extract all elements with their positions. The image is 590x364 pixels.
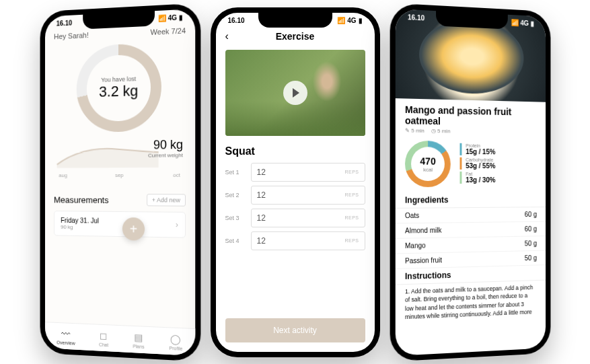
cook-time: ◷ 5 min (431, 127, 449, 134)
weight-chart: 90 kg Current weight aug sep oct (53, 137, 185, 184)
notch (83, 11, 155, 29)
macro-carb: Carbohydrate53g / 55% (459, 157, 537, 170)
chevron-right-icon: › (175, 219, 178, 229)
lost-value: 3.2 kg (99, 82, 138, 101)
greeting: Hey Sarah! (53, 31, 88, 40)
set-row: Set 312REPS (225, 209, 365, 227)
battery-icon: ▮ (359, 17, 363, 24)
notch (258, 13, 332, 28)
ingredient-amount: 60 g (524, 225, 536, 232)
set-row: Set 412REPS (225, 231, 365, 250)
page-title: Exercise (276, 31, 315, 42)
progress-ring: You have lost 3.2 kg (76, 42, 161, 133)
signal-icon: 📶 (337, 17, 345, 24)
measurements-title: Measurements (53, 194, 108, 205)
ingredient-row: Almond milk60 g (395, 221, 545, 238)
reps-input[interactable]: 12REPS (251, 186, 365, 205)
phone-exercise: 16.10 📶4G▮ ‹ Exercise Squat Set 112REPSS… (211, 7, 380, 357)
ingredient-amount: 50 g (524, 240, 536, 247)
tab-plans[interactable]: ▤Plans (133, 331, 144, 349)
exercise-video[interactable] (225, 50, 365, 136)
instruction-step: 1. Add the oats and milk to a saucepan. … (395, 280, 545, 324)
calories-value: 470 (420, 155, 435, 166)
ingredient-name: Almond milk (404, 226, 441, 234)
current-weight: 90 kg (148, 137, 183, 152)
calories-unit: kcal (420, 166, 435, 172)
set-label: Set 3 (225, 215, 246, 221)
status-signal: 4G (520, 19, 529, 26)
prep-time: ✎ 5 min (404, 127, 424, 134)
signal-icon: 📶 (157, 14, 165, 22)
set-row: Set 112REPS (225, 163, 365, 182)
ingredient-amount: 60 g (524, 211, 536, 218)
macro-protein: Protein15g / 15% (459, 143, 537, 155)
reps-input[interactable]: 12REPS (251, 163, 365, 182)
phone-recipe: 16.10 📶4G▮ Mango and passion fruit oatme… (390, 3, 550, 361)
calorie-ring: 470 kcal (404, 140, 450, 186)
tab-chat[interactable]: ◻Chat (98, 330, 108, 347)
macro-fat: Fat13g / 30% (459, 171, 537, 183)
set-label: Set 2 (225, 192, 246, 198)
tab-profile[interactable]: ◯Profile (169, 333, 182, 351)
chat-icon: ◻ (98, 330, 108, 341)
set-label: Set 1 (225, 169, 246, 176)
signal-icon: 📶 (511, 18, 518, 26)
month-label: oct (173, 172, 180, 178)
status-signal: 4G (168, 13, 176, 22)
notch (436, 11, 508, 29)
ingredient-name: Oats (404, 211, 418, 219)
add-new-button[interactable]: + Add new (146, 194, 185, 207)
play-icon (283, 81, 307, 105)
exercise-name: Squat (225, 145, 365, 157)
ingredient-name: Mango (404, 242, 425, 250)
measurement-date: Friday 31. Jul (61, 217, 99, 225)
status-time: 16.10 (228, 17, 245, 24)
overview-icon: 〰 (57, 328, 75, 339)
profile-icon: ◯ (169, 333, 182, 344)
reps-input[interactable]: 12REPS (251, 209, 365, 227)
phone-overview: 16.10 📶4G▮ Hey Sarah! Week 7/24 You have… (40, 3, 200, 361)
battery-icon: ▮ (178, 13, 182, 22)
measurement-weight: 90 kg (61, 223, 99, 230)
week-indicator: Week 7/24 (150, 26, 185, 36)
reps-input[interactable]: 12REPS (251, 231, 365, 250)
add-fab-button[interactable]: + (122, 217, 144, 241)
current-weight-label: Current weight (148, 152, 183, 159)
set-row: Set 212REPS (225, 186, 365, 205)
back-button[interactable]: ‹ (225, 30, 229, 42)
ingredient-amount: 50 g (524, 254, 536, 261)
status-signal: 4G (347, 17, 356, 24)
plans-icon: ▤ (133, 331, 144, 342)
status-time: 16.10 (56, 19, 71, 27)
battery-icon: ▮ (530, 20, 534, 27)
measurement-card[interactable]: Friday 31. Jul 90 kg › + (53, 211, 185, 238)
month-label: aug (59, 172, 67, 178)
ingredients-title: Ingredients (395, 192, 545, 208)
month-label: sep (115, 172, 124, 178)
ingredient-name: Passion fruit (404, 256, 441, 264)
next-activity-button[interactable]: Next activity (225, 318, 365, 342)
status-time: 16.10 (408, 13, 425, 22)
set-label: Set 4 (225, 238, 246, 244)
ingredient-row: Oats60 g (395, 207, 545, 223)
tab-overview[interactable]: 〰Overview (57, 328, 75, 345)
recipe-title: Mango and passion fruit oatmeal (395, 98, 545, 130)
